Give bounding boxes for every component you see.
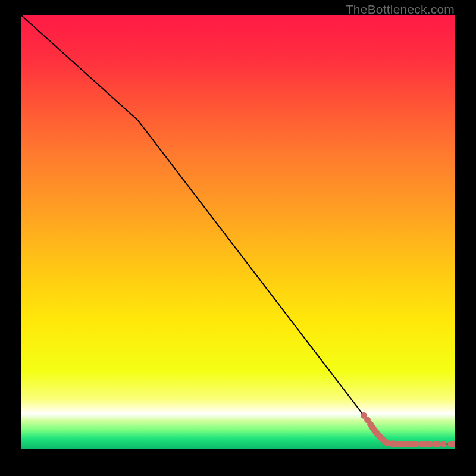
data-point [434, 441, 441, 447]
data-point [400, 441, 406, 447]
chart-stage: TheBottleneck.com [0, 0, 476, 476]
curve-line [21, 15, 455, 444]
watermark-text: TheBottleneck.com [346, 2, 455, 17]
data-point [426, 441, 433, 447]
marker-group [361, 412, 455, 447]
data-point [440, 441, 447, 447]
chart-svg [21, 15, 455, 455]
data-point [413, 441, 419, 447]
plot-area [21, 15, 455, 455]
